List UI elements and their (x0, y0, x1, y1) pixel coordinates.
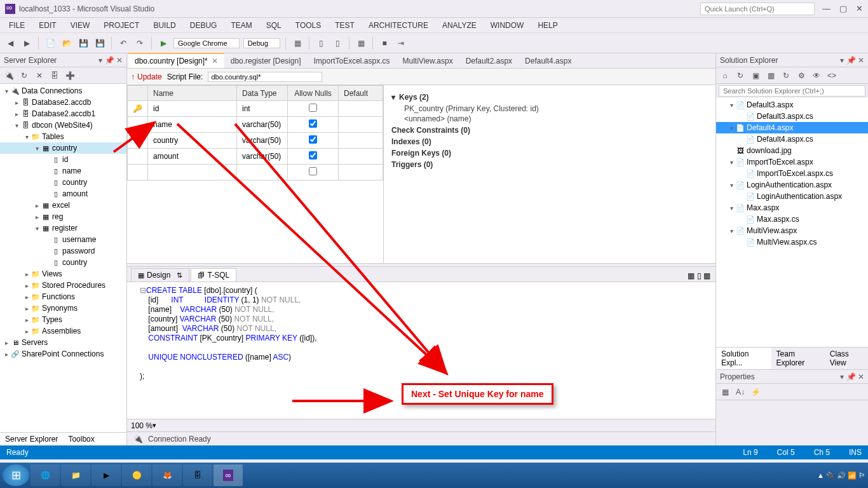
menu-edit[interactable]: EDIT (34, 20, 61, 31)
autohide-icon[interactable]: ▾ 📌 ✕ (840, 56, 864, 65)
minimize-icon[interactable]: — (822, 4, 831, 13)
tree-item[interactable]: ▾📁Tables (0, 131, 126, 142)
tree-item[interactable]: ▾📄LoginAuthentication.aspx (716, 179, 868, 191)
tree-item[interactable]: ▸▦reg (0, 211, 126, 222)
play-icon[interactable]: ▶ (157, 37, 170, 50)
open-icon[interactable]: 📂 (60, 37, 73, 50)
undo-icon[interactable]: ↶ (117, 37, 130, 50)
alpha-icon[interactable]: A↓ (734, 386, 747, 398)
doc-tab[interactable]: dbo.country [Design]* ✕ (128, 53, 224, 68)
tab-class-view[interactable]: Class View (825, 348, 868, 369)
key-pk[interactable]: PK_country (Primary Key, Clustered: id) (391, 104, 708, 113)
menu-architecture[interactable]: ARCHITECTURE (363, 20, 433, 31)
indexes-header[interactable]: Indexes (0) (391, 137, 708, 146)
table-row[interactable]: amountvarchar(50) (128, 149, 383, 165)
events-icon[interactable]: ⚡ (749, 386, 762, 398)
tree-item[interactable]: 📄ImportToExcel.aspx.cs (716, 168, 868, 179)
menu-test[interactable]: TEST (330, 20, 360, 31)
refresh-icon[interactable]: ↻ (18, 69, 31, 82)
col-nulls-header[interactable]: Allow Nulls (288, 86, 339, 101)
tree-item[interactable]: 🖼download.jpg (716, 145, 868, 156)
show-all-icon[interactable]: ▦ (764, 69, 777, 82)
tool4-icon[interactable]: ▦ (355, 37, 367, 50)
tree-item[interactable]: ▸▦excel (0, 200, 126, 211)
tab-toolbox[interactable]: Toolbox (63, 433, 99, 445)
tree-item[interactable]: ▾🔌Data Connections (0, 85, 126, 97)
menu-view[interactable]: VIEW (65, 20, 95, 31)
tree-item[interactable]: ▸🖥Servers (0, 337, 126, 348)
tree-item[interactable]: ▯id (0, 154, 126, 165)
tree-item[interactable]: ▯name (0, 165, 126, 177)
server-explorer-tree[interactable]: ▾🔌Data Connections▸🗄Database2.accdb▸🗄Dat… (0, 84, 126, 432)
tree-item[interactable]: ▾📄Max.aspx (716, 202, 868, 214)
tree-item[interactable]: ▸🔗SharePoint Connections (0, 348, 126, 360)
menu-tools[interactable]: TOOLS (290, 20, 326, 31)
doc-tab[interactable]: ImportToExcel.aspx.cs (307, 54, 396, 68)
tool3-icon[interactable]: ▯ (331, 37, 344, 50)
tree-item[interactable]: ▯country (0, 177, 126, 188)
menu-build[interactable]: BUILD (148, 20, 180, 31)
check-constraints-header[interactable]: Check Constraints (0) (391, 126, 708, 135)
tab-team-explorer[interactable]: Team Explorer (771, 348, 825, 369)
refresh-icon[interactable]: ↻ (780, 69, 792, 82)
close-icon[interactable]: ✕ (856, 4, 863, 13)
tree-item[interactable]: ▯country (0, 257, 126, 268)
doc-tab[interactable]: Default4.aspx (519, 54, 578, 68)
tree-item[interactable]: ▾📄Default4.aspx (716, 122, 868, 133)
tree-item[interactable]: ▾▦country (0, 142, 126, 154)
taskbar-explorer[interactable]: 📁 (61, 464, 90, 486)
stop-icon[interactable]: ■ (378, 37, 391, 50)
tree-item[interactable]: 📄LoginAuthentication.aspx (716, 191, 868, 202)
menu-window[interactable]: WINDOW (485, 20, 529, 31)
foreign-keys-header[interactable]: Foreign Keys (0) (391, 149, 708, 158)
preview-icon[interactable]: 👁 (810, 69, 823, 82)
taskbar-ssms[interactable]: 🗄 (183, 464, 212, 486)
key-unnamed[interactable]: <unnamed> (name) (391, 114, 708, 123)
col-default-header[interactable]: Default (339, 86, 383, 101)
collapse-icon[interactable]: ▣ (749, 69, 762, 82)
tree-item[interactable]: ▯amount (0, 188, 126, 200)
db-icon[interactable]: 🗄 (48, 69, 61, 82)
doc-tab[interactable]: MultiView.aspx (397, 54, 459, 68)
tree-item[interactable]: ▸📁Stored Procedures (0, 280, 126, 291)
menu-analyze[interactable]: ANALYZE (437, 20, 482, 31)
table-row[interactable]: 🔑idint (128, 101, 383, 117)
menu-debug[interactable]: DEBUG (185, 20, 222, 31)
tree-item[interactable]: ▯password (0, 245, 126, 257)
tab-tsql[interactable]: 🗐 T-SQL (191, 268, 236, 281)
col-type-header[interactable]: Data Type (237, 86, 288, 101)
tree-item[interactable]: ▸🗄Database2.accdb1 (0, 108, 126, 119)
quick-launch-input[interactable] (700, 3, 815, 15)
autohide-icon[interactable]: ▾ 📌 ✕ (98, 56, 123, 65)
categorized-icon[interactable]: ▦ (719, 386, 731, 398)
taskbar-vs[interactable]: ∞ (214, 464, 243, 486)
tool2-icon[interactable]: ▯ (315, 37, 327, 50)
tree-item[interactable]: 📄Max.aspx.cs (716, 214, 868, 225)
tree-item[interactable]: ▾▦register (0, 222, 126, 234)
run-target-dropdown[interactable]: Google Chrome (173, 38, 240, 48)
tree-item[interactable]: ▯username (0, 234, 126, 245)
pane-options-icon[interactable]: ▦ ▯ ▦ (682, 270, 715, 281)
menu-project[interactable]: PROJECT (98, 20, 144, 31)
redo-icon[interactable]: ↷ (133, 37, 146, 50)
solution-search-input[interactable] (719, 85, 865, 97)
tray-icons[interactable]: ▲ 🔌 🔊 📶 🏳 (817, 471, 865, 480)
autohide-icon[interactable]: ▾ 📌 ✕ (840, 372, 864, 381)
back-icon[interactable]: ◀ (4, 37, 17, 50)
tree-item[interactable]: ▾📄ImportToExcel.aspx (716, 156, 868, 168)
code-icon[interactable]: <> (825, 69, 838, 82)
tree-item[interactable]: ▸📁Functions (0, 291, 126, 302)
add-icon[interactable]: ➕ (64, 69, 76, 82)
tab-server-explorer[interactable]: Server Explorer (0, 433, 63, 445)
properties-icon[interactable]: ⚙ (795, 69, 808, 82)
keys-header[interactable]: ▾ Keys (2) (391, 93, 708, 102)
menu-sql[interactable]: SQL (261, 20, 287, 31)
script-file-input[interactable] (208, 72, 322, 82)
sync-icon[interactable]: ↻ (734, 69, 747, 82)
tree-item[interactable]: ▸📁Types (0, 314, 126, 325)
taskbar-ie[interactable]: 🌐 (31, 464, 60, 486)
tree-item[interactable]: ▾📄Default3.aspx (716, 99, 868, 111)
menu-file[interactable]: FILE (4, 20, 30, 31)
doc-tab[interactable]: dbo.register [Design] (224, 54, 308, 68)
close-tab-icon[interactable]: ✕ (212, 57, 218, 65)
